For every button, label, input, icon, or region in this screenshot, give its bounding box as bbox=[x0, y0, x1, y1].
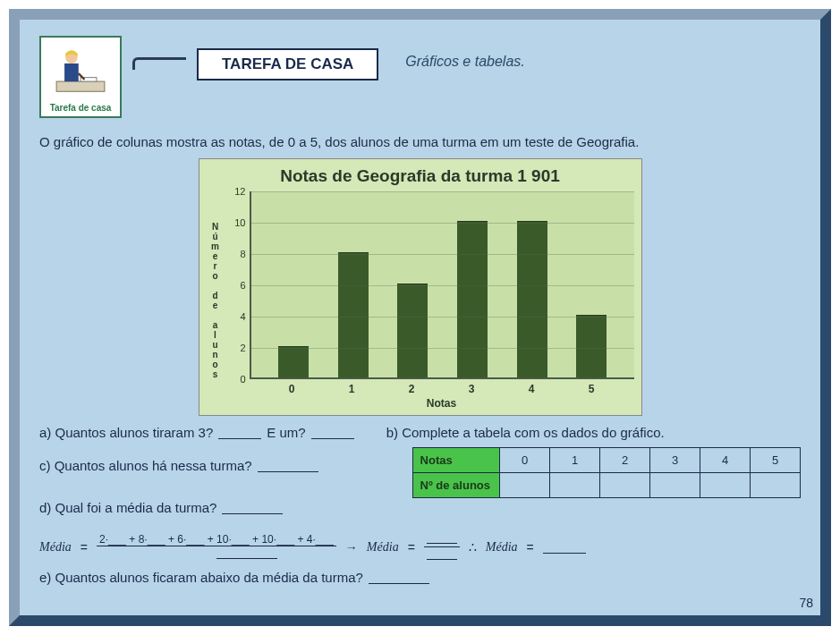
header: Tarefa de casa TAREFA DE CASA Gráficos e… bbox=[39, 36, 801, 118]
therefore-icon: ∴ bbox=[469, 540, 477, 555]
x-tick-label: 3 bbox=[442, 383, 502, 395]
y-tick-label: 0 bbox=[240, 374, 245, 385]
table-cell-input[interactable] bbox=[600, 473, 650, 498]
blank-input[interactable] bbox=[216, 546, 277, 559]
table-cell: 0 bbox=[500, 448, 550, 473]
question-d: d) Qual foi a média da turma? bbox=[39, 500, 318, 515]
x-tick-label: 2 bbox=[382, 383, 442, 395]
homework-badge: Tarefa de casa bbox=[39, 36, 122, 118]
blank-input[interactable] bbox=[311, 427, 354, 439]
x-tick-label: 5 bbox=[562, 383, 622, 395]
table-cell-input[interactable] bbox=[550, 473, 600, 498]
arrow-icon: → bbox=[345, 540, 358, 555]
chart-bar bbox=[397, 284, 428, 377]
table-cell-input[interactable] bbox=[500, 473, 550, 498]
worksheet-subtitle: Gráficos e tabelas. bbox=[405, 54, 524, 70]
question-c: c) Quantos alunos há nessa turma? bbox=[39, 458, 318, 473]
questions-block: a) Quantos alunos tiraram 3? E um? b) Co… bbox=[39, 425, 801, 585]
chart-bar bbox=[576, 315, 607, 377]
chart-bar bbox=[457, 221, 488, 377]
blank-input[interactable] bbox=[156, 548, 216, 561]
chart-title: Notas de Geografia da turma 1 901 bbox=[207, 166, 634, 186]
x-axis-label: Notas bbox=[250, 397, 634, 410]
plot-area bbox=[250, 191, 634, 379]
question-e: e) Quantos alunos ficaram abaixo da médi… bbox=[39, 570, 801, 585]
table-row1-label: Notas bbox=[412, 448, 499, 473]
student-desk-icon bbox=[45, 41, 116, 103]
chart-bar bbox=[338, 252, 369, 377]
blank-input[interactable] bbox=[222, 502, 283, 514]
y-tick-label: 12 bbox=[234, 186, 245, 197]
blank-input[interactable] bbox=[427, 531, 457, 544]
table-cell: 5 bbox=[751, 448, 801, 473]
table-cell: 2 bbox=[600, 448, 650, 473]
svg-rect-1 bbox=[64, 63, 79, 80]
blank-input[interactable] bbox=[543, 541, 586, 554]
y-tick-label: 6 bbox=[240, 280, 245, 291]
table-cell: 3 bbox=[650, 448, 700, 473]
connector-line bbox=[132, 57, 186, 70]
y-tick-label: 10 bbox=[234, 217, 245, 228]
blank-input[interactable] bbox=[218, 427, 261, 439]
worksheet-title: TAREFA DE CASA bbox=[197, 48, 378, 80]
page-number: 78 bbox=[799, 596, 813, 610]
table-cell: 1 bbox=[550, 448, 600, 473]
chart-bar bbox=[278, 346, 309, 377]
x-ticks: 012345 bbox=[250, 379, 634, 395]
table-cell: 4 bbox=[700, 448, 751, 473]
question-a-pre: a) Quantos alunos tiraram 3? bbox=[39, 425, 213, 440]
fraction bbox=[424, 531, 460, 563]
mean-formula: Média = 2·___ + 8·___ + 6·___ + 10·___ +… bbox=[39, 531, 801, 563]
table-row2-label: Nº de alunos bbox=[412, 473, 499, 498]
intro-text: O gráfico de colunas mostra as notas, de… bbox=[39, 134, 801, 149]
fill-table: Notas 0 1 2 3 4 5 Nº de alunos bbox=[412, 447, 801, 498]
svg-rect-0 bbox=[56, 81, 105, 91]
fraction: 2·___ + 8·___ + 6·___ + 10·___ + 10·___ … bbox=[97, 533, 336, 562]
chart-bar bbox=[517, 221, 547, 377]
blank-input[interactable] bbox=[258, 460, 318, 472]
y-ticks: 024681012 bbox=[226, 191, 250, 410]
x-tick-label: 0 bbox=[262, 383, 322, 395]
x-tick-label: 4 bbox=[502, 383, 562, 395]
blank-input[interactable] bbox=[369, 572, 429, 584]
table-cell-input[interactable] bbox=[650, 473, 700, 498]
question-a-b: a) Quantos alunos tiraram 3? E um? b) Co… bbox=[39, 425, 801, 440]
bar-chart: Notas de Geografia da turma 1 901 Número… bbox=[199, 158, 642, 416]
worksheet-frame: Tarefa de casa TAREFA DE CASA Gráficos e… bbox=[9, 9, 831, 626]
y-tick-label: 2 bbox=[240, 343, 245, 353]
table-cell-input[interactable] bbox=[751, 473, 801, 498]
x-tick-label: 1 bbox=[322, 383, 382, 395]
table-cell-input[interactable] bbox=[700, 473, 751, 498]
blank-input[interactable] bbox=[427, 547, 457, 560]
question-b: b) Complete a tabela com os dados do grá… bbox=[386, 425, 665, 440]
y-tick-label: 8 bbox=[240, 249, 245, 259]
badge-caption: Tarefa de casa bbox=[50, 103, 112, 113]
y-tick-label: 4 bbox=[240, 311, 245, 322]
question-a-mid: E um? bbox=[267, 425, 305, 440]
chart-container: Notas de Geografia da turma 1 901 Número… bbox=[39, 158, 801, 416]
y-axis-label: Número de alunos bbox=[207, 191, 226, 410]
media-label: Média bbox=[39, 540, 72, 555]
